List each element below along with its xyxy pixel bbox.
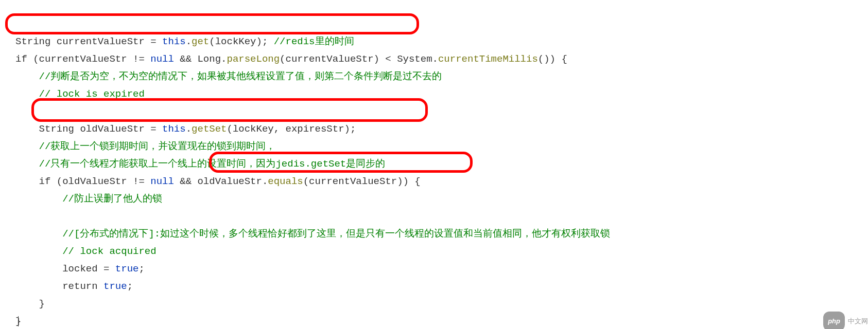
code-line-10: //防止误删了他人的锁	[15, 193, 162, 205]
code-line-3: //判断是否为空，不为空的情况下，如果被其他线程设置了值，则第二个条件判断是过不…	[15, 71, 442, 82]
code-line-16: }	[15, 298, 45, 309]
code-line-8: //只有一个线程才能获取上一个线上的设置时间，因为jedis.getSet是同步…	[15, 158, 385, 170]
code-line-2: if (currentValueStr != null && Long.pars…	[15, 53, 567, 65]
code-line-14: locked = true;	[15, 263, 145, 275]
code-line-12: //[分布式的情况下]:如过这个时候，多个线程恰好都到了这里，但是只有一个线程的…	[15, 228, 610, 240]
code-line-13: // lock acquired	[15, 246, 157, 257]
watermark-badge: php	[823, 312, 845, 329]
code-line-15: return true;	[15, 281, 133, 292]
watermark-text: 中文网	[848, 313, 868, 329]
text-cursor	[18, 316, 19, 326]
code-line-1: String currentValueStr = this.get(lockKe…	[15, 36, 354, 47]
code-line-6: String oldValueStr = this.getSet(lockKey…	[15, 123, 356, 135]
code-line-9: if (oldValueStr != null && oldValueStr.e…	[15, 176, 421, 187]
code-line-7: //获取上一个锁到期时间，并设置现在的锁到期时间，	[15, 141, 275, 152]
code-block: String currentValueStr = this.get(lockKe…	[15, 15, 853, 329]
code-line-4: // lock is expired	[15, 88, 145, 100]
code-line-17: }	[15, 316, 19, 327]
watermark: php 中文网	[823, 312, 868, 329]
